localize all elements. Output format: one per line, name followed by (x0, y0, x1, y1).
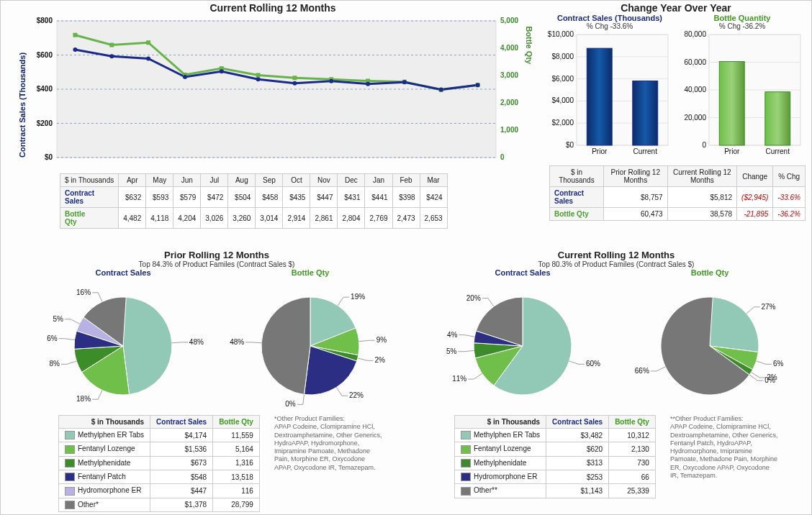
current-sub: Top 80.3% of Product Familes (Contract S… (425, 260, 807, 268)
yoy-bar-contracts: $0$2,000$4,000$6,000$8,000$10,000PriorCu… (546, 30, 672, 160)
dashboard: Current Rolling 12 Months Contract Sales… (0, 0, 812, 515)
prior-title: Prior Rolling 12 Months (30, 250, 404, 260)
svg-text:6%: 6% (773, 360, 784, 368)
svg-text:$600: $600 (37, 51, 53, 59)
y-right-label: Bottle Qty (525, 26, 533, 64)
svg-rect-54 (587, 48, 612, 145)
svg-text:$8,000: $8,000 (551, 53, 574, 60)
prior-pie-cs-title: Contract Sales (40, 268, 206, 277)
svg-text:48%: 48% (230, 338, 244, 346)
current-title: Current Rolling 12 Months (425, 250, 807, 260)
rolling12-line-chart: $0$200$400$600$80001,0002,0003,0004,0005… (6, 14, 539, 172)
svg-rect-18 (109, 43, 114, 47)
svg-text:8%: 8% (50, 360, 60, 368)
svg-text:$4,000: $4,000 (551, 96, 574, 104)
svg-text:5,000: 5,000 (500, 17, 518, 24)
svg-text:$400: $400 (37, 85, 53, 93)
svg-text:20%: 20% (466, 294, 481, 302)
svg-text:3,000: 3,000 (500, 71, 518, 79)
svg-text:5%: 5% (446, 347, 457, 355)
svg-point-30 (109, 54, 114, 58)
svg-text:Current: Current (633, 147, 658, 155)
svg-text:Prior: Prior (592, 147, 608, 155)
svg-point-39 (439, 87, 443, 91)
svg-text:$0: $0 (45, 153, 53, 161)
yoy-title: Change Year Over Year (546, 2, 806, 14)
svg-point-40 (476, 83, 480, 87)
svg-text:22%: 22% (349, 391, 364, 399)
current-pie-cs-title: Contract Sales (440, 268, 605, 277)
svg-text:18%: 18% (76, 395, 91, 403)
rolling12-table: $ in ThousandsAprMayJunJulAugSepOctNovDe… (60, 173, 448, 229)
current-product-table: $ in ThousandsContract SalesBottle QtyMe… (454, 415, 656, 498)
svg-text:16%: 16% (76, 288, 91, 296)
svg-text:60%: 60% (586, 360, 600, 368)
prior-pie-bottle-qty: 19%9%2%22%0%48% (227, 277, 393, 414)
svg-text:$800: $800 (37, 17, 53, 24)
rolling12-title: Current Rolling 12 Months (6, 2, 539, 14)
svg-text:$6,000: $6,000 (551, 75, 574, 83)
prior-footnote: *Other Product Families: APAP Codeine, C… (274, 415, 382, 472)
svg-text:5%: 5% (53, 315, 63, 323)
svg-text:2%: 2% (374, 356, 385, 364)
yoy-bar-bottles: 020,00040,00060,00080,000PriorCurrent (679, 30, 805, 160)
svg-text:80,000: 80,000 (684, 30, 706, 38)
yoy-left-sub: % Chg -33.6% (546, 22, 673, 30)
svg-text:19%: 19% (351, 293, 365, 301)
svg-text:$10,000: $10,000 (548, 30, 574, 38)
svg-rect-56 (633, 81, 658, 145)
prior-pie-contract-sales: 48%18%8%6%5%16% (40, 277, 206, 414)
yoy-right-name: Bottle Quantity (679, 14, 806, 22)
svg-rect-69 (719, 62, 744, 145)
svg-point-33 (220, 69, 224, 73)
yoy-left-name: Contract Sales (Thousands) (546, 14, 673, 22)
svg-text:0%: 0% (764, 376, 775, 384)
current-footnote: **Other Product Families: APAP Codeine, … (670, 415, 778, 480)
svg-text:66%: 66% (635, 367, 649, 375)
current-pie-contract-sales: 60%11%5%4%20% (440, 277, 605, 414)
svg-text:27%: 27% (762, 303, 776, 311)
svg-text:$2,000: $2,000 (551, 119, 574, 127)
current-pie-bq-title: Bottle Qty (627, 268, 793, 277)
svg-point-31 (146, 56, 150, 60)
svg-point-29 (73, 47, 77, 52)
svg-text:0: 0 (500, 153, 505, 161)
svg-text:Current: Current (766, 147, 790, 155)
yoy-right-sub: % Chg -36.2% (679, 22, 806, 30)
svg-text:4,000: 4,000 (500, 44, 518, 52)
svg-text:9%: 9% (376, 336, 387, 344)
svg-rect-17 (73, 33, 77, 37)
svg-point-38 (402, 80, 407, 84)
svg-text:48%: 48% (189, 338, 204, 346)
svg-text:11%: 11% (452, 375, 466, 383)
prior-pie-bq-title: Bottle Qty (227, 268, 393, 277)
svg-text:40,000: 40,000 (684, 86, 706, 94)
prior-panel: Prior Rolling 12 Months Top 84.3% of Pro… (30, 250, 404, 512)
current-panel: Current Rolling 12 Months Top 80.3% of P… (425, 250, 807, 498)
svg-point-32 (183, 75, 187, 79)
svg-rect-71 (765, 92, 790, 145)
svg-text:$200: $200 (37, 119, 53, 127)
svg-text:Prior: Prior (724, 147, 740, 155)
svg-text:6%: 6% (47, 334, 58, 342)
svg-rect-23 (292, 76, 297, 80)
prior-product-table: $ in ThousandsContract SalesBottle QtyMe… (58, 415, 260, 512)
yoy-table: $ in ThousandsPrior Rolling 12 MonthsCur… (549, 165, 806, 221)
svg-text:$0: $0 (566, 141, 574, 149)
svg-text:20,000: 20,000 (684, 114, 706, 122)
svg-text:1,000: 1,000 (500, 126, 518, 134)
svg-point-36 (329, 79, 333, 83)
svg-point-35 (292, 81, 297, 86)
y-left-label: Contract Sales (Thousands) (18, 53, 27, 158)
rolling12-panel: Current Rolling 12 Months Contract Sales… (6, 2, 539, 229)
yoy-panel: Change Year Over Year Contract Sales (Th… (546, 2, 806, 221)
svg-text:0: 0 (702, 141, 706, 149)
svg-text:60,000: 60,000 (684, 58, 706, 66)
svg-text:4%: 4% (447, 331, 458, 339)
current-pie-bottle-qty: 27%6%2%0%66% (627, 277, 793, 414)
svg-point-37 (366, 82, 370, 86)
svg-rect-22 (256, 73, 261, 77)
svg-rect-19 (146, 40, 150, 45)
svg-point-34 (256, 77, 261, 81)
svg-text:0%: 0% (285, 400, 296, 408)
